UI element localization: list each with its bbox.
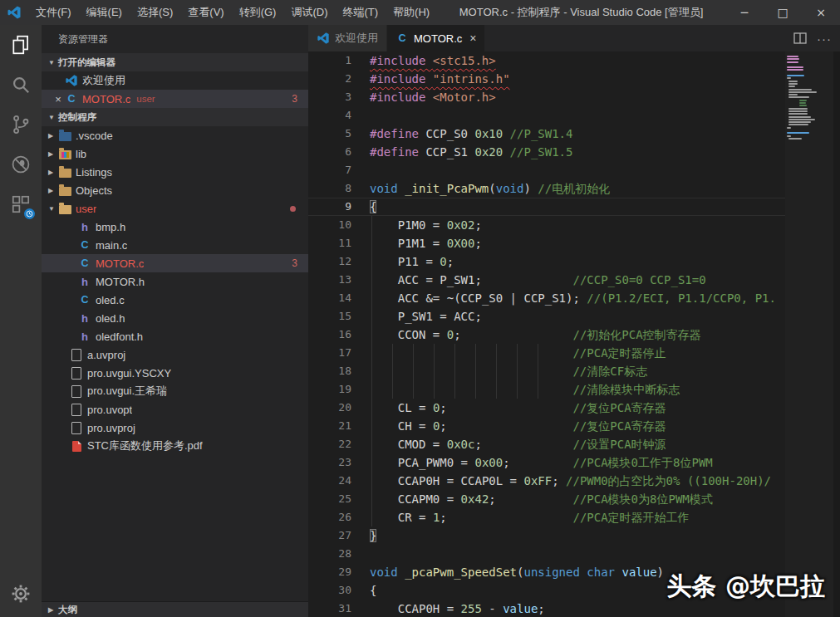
code-token: = xyxy=(419,255,440,268)
code-token: ; xyxy=(474,310,481,323)
code-line-25[interactable]: 25 CCAPM0 = 0x42; //PCA模块0为8位PWM模式 xyxy=(308,490,840,508)
menu-item-0[interactable]: 文件(F) xyxy=(28,0,79,25)
code-line-3[interactable]: 3#include <Motor.h> xyxy=(308,88,840,106)
menu-item-7[interactable]: 帮助(H) xyxy=(386,0,437,25)
search-icon[interactable] xyxy=(0,65,42,105)
code-line-28[interactable]: 28 xyxy=(308,545,840,563)
code-line-6[interactable]: 6#define CCP_S1 0x20 //P_SW1.5 xyxy=(308,143,840,161)
code-line-17[interactable]: 17 //PCA定时器停止 xyxy=(308,344,840,362)
minimap-line xyxy=(788,113,808,115)
code-token: 0x42 xyxy=(461,492,489,506)
tree-item-Objects[interactable]: ▶Objects xyxy=(42,181,308,199)
code-line-13[interactable]: 13 ACC = P_SW1; //CCP_S0=0 CCP_S1=0 xyxy=(308,271,840,289)
minimize-button[interactable]: ─ xyxy=(725,0,764,25)
code-line-8[interactable]: 8void _init_PcaPwm(void) //电机初始化 xyxy=(308,179,840,198)
settings-gear-icon[interactable] xyxy=(0,577,42,610)
tree-item-.vscode[interactable]: ▶.vscode xyxy=(42,126,308,144)
tree-item-STC.pdf[interactable]: STC库函数使用参考.pdf xyxy=(42,437,308,455)
tree-item-oledfont.h[interactable]: holedfont.h xyxy=(42,327,308,345)
tree-item-MOTOR.c[interactable]: CMOTOR.c3 xyxy=(42,254,308,272)
code-token: = xyxy=(440,602,460,615)
code-line-4[interactable]: 4 xyxy=(308,106,840,125)
minimap-line xyxy=(788,91,817,93)
tree-item-pro.uvproj[interactable]: pro.uvproj xyxy=(42,419,308,437)
code-token: //P_SW1.4 xyxy=(503,127,572,140)
tree-item-Listings[interactable]: ▶Listings xyxy=(42,163,308,181)
code-line-23[interactable]: 23 PCA_PWM0 = 0x00; //PCA模块0工作于8位PWM xyxy=(308,453,840,472)
code-line-16[interactable]: 16 CCON = 0; //初始化PCA控制寄存器 xyxy=(308,326,840,344)
tree-item-a.uvproj[interactable]: a.uvproj xyxy=(42,345,308,364)
code-token: P_SW1 xyxy=(398,310,433,323)
open-editor-item[interactable]: 欢迎使用 xyxy=(42,71,308,90)
code-line-14[interactable]: 14 ACC &= ~(CCP_S0 | CCP_S1); //(P1.2/EC… xyxy=(308,289,840,307)
menu-item-2[interactable]: 选择(S) xyxy=(130,0,180,25)
extensions-icon[interactable] xyxy=(0,184,42,224)
tree-item-label: oledfont.h xyxy=(96,331,143,343)
code-line-2[interactable]: 2#include "intrins.h" xyxy=(308,70,840,88)
project-header[interactable]: ▼ 控制程序 xyxy=(42,108,308,126)
maximize-button[interactable]: □ xyxy=(764,0,802,25)
tree-item-pro.uvgui.YSCXY[interactable]: pro.uvgui.YSCXY xyxy=(42,364,308,382)
scrollbar-gutter[interactable] xyxy=(833,51,840,617)
tree-item-MOTOR.h[interactable]: hMOTOR.h xyxy=(42,272,308,291)
minimap-line xyxy=(788,124,808,125)
code-token xyxy=(370,328,398,341)
tree-item-lib[interactable]: ▶lib xyxy=(42,144,308,163)
close-icon[interactable]: × xyxy=(52,93,65,105)
tab-label: MOTOR.c xyxy=(414,32,462,45)
menu-item-3[interactable]: 查看(V) xyxy=(180,0,231,25)
code-line-21[interactable]: 21 CH = 0; //复位PCA寄存器 xyxy=(308,417,840,435)
tree-item-pro.uvopt[interactable]: pro.uvopt xyxy=(42,400,308,419)
code-line-20[interactable]: 20 CL = 0; //复位PCA寄存器 xyxy=(308,399,840,417)
code-line-9[interactable]: 9{ xyxy=(308,198,840,216)
tree-item-pro.uvgui.[interactable]: pro.uvgui.王希瑞 xyxy=(42,382,308,400)
code-token: = xyxy=(454,456,474,469)
code-line-11[interactable]: 11 P1M1 = 0X00; xyxy=(308,234,840,252)
source-control-icon[interactable] xyxy=(0,105,42,144)
code-line-24[interactable]: 24 CCAP0H = CCAP0L = 0xFF; //PWM0的占空比为0%… xyxy=(308,472,840,490)
menu-item-6[interactable]: 终端(T) xyxy=(335,0,386,25)
minimap-line xyxy=(787,69,803,71)
tree-item-oled.c[interactable]: Coled.c xyxy=(42,291,308,309)
code-line-27[interactable]: 27} xyxy=(308,526,840,545)
code-token: ; xyxy=(440,401,446,414)
code-line-22[interactable]: 22 CMOD = 0x0c; //设置PCA时钟源 xyxy=(308,435,840,453)
code-token: ; xyxy=(552,474,566,487)
open-editors-header[interactable]: ▼ 打开的编辑器 xyxy=(42,53,308,71)
code-editor[interactable]: 1#include <stc15.h>2#include "intrins.h"… xyxy=(308,51,840,617)
code-line-content: #include <stc15.h> xyxy=(351,51,496,70)
code-line-5[interactable]: 5#define CCP_S0 0x10 //P_SW1.4 xyxy=(308,125,840,143)
tab-close-icon[interactable]: × xyxy=(469,32,476,44)
code-line-18[interactable]: 18 //清除CF标志 xyxy=(308,362,840,380)
tree-item-user[interactable]: ▼user xyxy=(42,199,308,218)
code-line-7[interactable]: 7 xyxy=(308,161,840,179)
tree-item-oled.h[interactable]: holed.h xyxy=(42,309,308,327)
tree-item-bmp.h[interactable]: hbmp.h xyxy=(42,218,308,236)
menu-item-4[interactable]: 转到(G) xyxy=(232,0,284,25)
menu-item-5[interactable]: 调试(D) xyxy=(283,0,335,25)
tree-item-main.c[interactable]: Cmain.c xyxy=(42,236,308,254)
code-line-12[interactable]: 12 P11 = 0; xyxy=(308,252,840,271)
folder-icon xyxy=(58,202,71,215)
split-editor-icon[interactable] xyxy=(793,32,807,45)
debug-icon[interactable] xyxy=(0,144,42,184)
code-token: = xyxy=(440,492,460,506)
code-line-26[interactable]: 26 CR = 1; //PCA定时器开始工作 xyxy=(308,508,840,526)
code-line-15[interactable]: 15 P_SW1 = ACC; xyxy=(308,307,840,326)
tab-MOTOR.c[interactable]: CMOTOR.c× xyxy=(387,25,484,51)
code-token: //CCP_S0=0 CCP_S1=0 xyxy=(482,273,706,286)
open-editor-item[interactable]: ×CMOTOR.cuser3 xyxy=(42,90,308,108)
indent-guide xyxy=(413,380,414,399)
menu-item-1[interactable]: 编辑(E) xyxy=(79,0,130,25)
outline-section-header[interactable]: ▶ 大纲 xyxy=(42,601,308,617)
code-line-19[interactable]: 19 //清除模块中断标志 xyxy=(308,380,840,399)
code-token: <Motor.h> xyxy=(433,91,496,104)
code-token: ; xyxy=(474,237,481,250)
explorer-icon[interactable] xyxy=(0,25,42,65)
code-line-1[interactable]: 1#include <stc15.h> xyxy=(308,51,840,70)
more-actions-icon[interactable]: ··· xyxy=(817,32,832,46)
code-line-10[interactable]: 10 P1M0 = 0x02; xyxy=(308,216,840,234)
tab-欢迎使用[interactable]: 欢迎使用 xyxy=(308,25,386,51)
minimap[interactable] xyxy=(785,51,833,617)
close-button[interactable]: × xyxy=(802,0,840,25)
